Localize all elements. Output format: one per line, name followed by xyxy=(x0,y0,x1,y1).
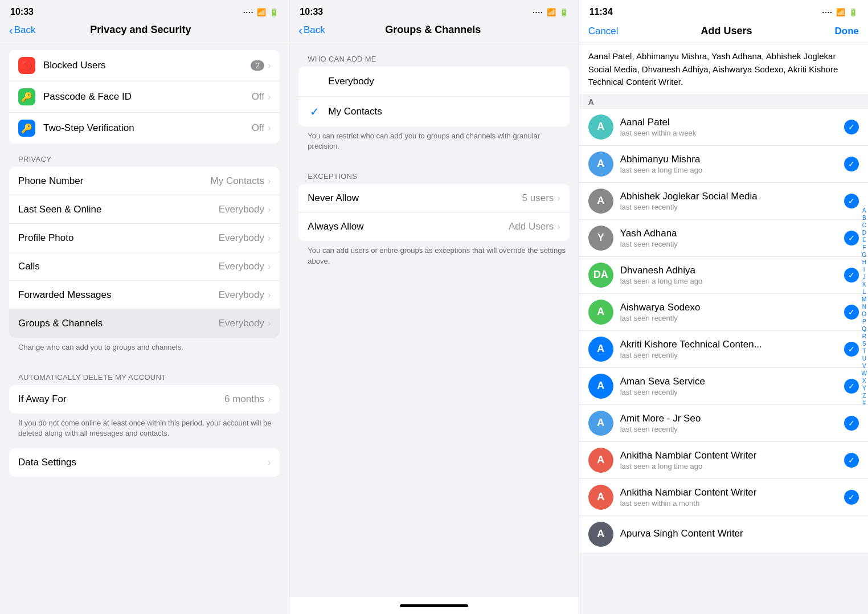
two-step-icon: 🔑 xyxy=(18,120,35,137)
wifi-icon-p3: 📶 xyxy=(836,8,845,17)
done-button[interactable]: Done xyxy=(834,26,859,37)
contact-row[interactable]: AAbhimanyu Mishralast seen a long time a… xyxy=(579,146,868,183)
status-icons-p3: ···· 📶 🔋 xyxy=(822,8,858,17)
contact-name: Aman Seva Service xyxy=(620,376,844,387)
contact-info: Abhimanyu Mishralast seen a long time ag… xyxy=(620,154,844,174)
alpha-letter[interactable]: H xyxy=(862,259,867,266)
nav-title-p1: Privacy and Security xyxy=(35,24,245,36)
contact-name: Aanal Patel xyxy=(620,117,844,128)
exceptions-header: EXCEPTIONS xyxy=(289,161,578,184)
contact-row[interactable]: AAnkitha Nambiar Content Writerlast seen… xyxy=(579,442,868,479)
alpha-letter[interactable]: V xyxy=(862,363,867,370)
contact-row[interactable]: AAnkitha Nambiar Content Writerlast seen… xyxy=(579,479,868,516)
alpha-letter[interactable]: X xyxy=(862,378,867,384)
two-step-value: Off xyxy=(252,122,264,134)
alpha-letter[interactable]: O xyxy=(862,311,867,318)
alpha-letter[interactable]: N xyxy=(862,304,867,310)
alpha-letter[interactable]: D xyxy=(862,230,867,236)
my-contacts-label: My Contacts xyxy=(328,106,382,117)
status-bar-p1: 10:33 ···· 📶 🔋 xyxy=(0,0,289,19)
calls-row[interactable]: Calls Everybody › xyxy=(9,252,280,281)
data-settings-label: Data Settings xyxy=(18,457,268,468)
alpha-letter[interactable]: W xyxy=(862,370,867,377)
contact-info: Abhishek Joglekar Social Medialast seen … xyxy=(620,191,844,211)
wifi-icon-p2: 📶 xyxy=(547,8,556,17)
security-list: 🚫 Blocked Users 2 › 🔑 Passcode & Face ID… xyxy=(9,50,280,144)
contact-avatar: Y xyxy=(588,226,613,251)
alpha-letter[interactable]: R xyxy=(862,333,867,340)
if-away-value: 6 months xyxy=(224,394,264,405)
contact-avatar: A xyxy=(588,485,613,510)
contact-name: Yash Adhana xyxy=(620,228,844,239)
profile-photo-value: Everybody xyxy=(219,232,264,244)
contact-status: last seen within a month xyxy=(620,499,844,507)
blocked-users-row[interactable]: 🚫 Blocked Users 2 › xyxy=(9,50,280,81)
always-allow-row[interactable]: Always Allow Add Users › xyxy=(298,212,569,241)
never-allow-label: Never Allow xyxy=(308,193,522,204)
alpha-letter[interactable]: S xyxy=(862,341,867,347)
auto-delete-header: AUTOMATICALLY DELETE MY ACCOUNT xyxy=(0,362,289,385)
contact-status: last seen a long time ago xyxy=(620,462,844,470)
contact-info: Ankitha Nambiar Content Writerlast seen … xyxy=(620,450,844,470)
contact-row[interactable]: DADhvanesh Adhiyalast seen a long time a… xyxy=(579,257,868,294)
alpha-letter[interactable]: Q xyxy=(862,326,867,333)
if-away-row[interactable]: If Away For 6 months › xyxy=(9,385,280,414)
panel-add-users: 11:34 ···· 📶 🔋 Cancel Add Users Done Aan… xyxy=(579,0,868,614)
alpha-index[interactable]: ABCDEFGHIJKLMNOPQRSTUVWXYZ# xyxy=(862,207,867,407)
two-step-row[interactable]: 🔑 Two-Step Verification Off › xyxy=(9,113,280,144)
alpha-letter[interactable]: I xyxy=(862,267,867,273)
last-seen-row[interactable]: Last Seen & Online Everybody › xyxy=(9,195,280,224)
status-bar-p3: 11:34 ···· 📶 🔋 xyxy=(579,0,868,19)
alpha-letter[interactable]: C xyxy=(862,222,867,229)
section-letter-a: A xyxy=(579,95,868,109)
alpha-letter[interactable]: Y xyxy=(862,385,867,392)
alpha-letter[interactable]: M xyxy=(862,296,867,303)
privacy-footer: Change who can add you to groups and cha… xyxy=(0,338,289,362)
contact-checkmark: ✓ xyxy=(844,453,859,468)
back-chevron-p2: ‹ xyxy=(298,24,302,36)
alpha-letter[interactable]: K xyxy=(862,281,867,288)
alpha-letter[interactable]: Z xyxy=(862,392,867,399)
battery-icon-p2: 🔋 xyxy=(559,8,568,17)
alpha-letter[interactable]: A xyxy=(862,207,867,214)
contact-row[interactable]: AApurva Singh Content Writer xyxy=(579,516,868,552)
alpha-letter[interactable]: B xyxy=(862,215,867,222)
alpha-letter[interactable]: T xyxy=(862,348,867,355)
contact-row[interactable]: AAkriti Kishore Technical Conten...last … xyxy=(579,331,868,368)
alpha-letter[interactable]: F xyxy=(862,244,867,251)
alpha-letter[interactable]: E xyxy=(862,237,867,244)
contact-status: last seen a long time ago xyxy=(620,277,844,285)
alpha-letter[interactable]: L xyxy=(862,289,867,296)
data-settings-row[interactable]: Data Settings › xyxy=(9,448,280,477)
cancel-button[interactable]: Cancel xyxy=(588,26,619,37)
contact-checkmark: ✓ xyxy=(844,490,859,505)
groups-channels-row[interactable]: Groups & Channels Everybody › xyxy=(9,309,280,338)
exceptions-list: Never Allow 5 users › Always Allow Add U… xyxy=(298,184,569,241)
everybody-option[interactable]: ✓ Everybody xyxy=(298,67,569,97)
my-contacts-option[interactable]: ✓ My Contacts xyxy=(298,97,569,126)
back-button-p2[interactable]: ‹ Back xyxy=(298,24,325,36)
alpha-letter[interactable]: J xyxy=(862,274,867,281)
phone-number-row[interactable]: Phone Number My Contacts › xyxy=(9,167,280,195)
contact-checkmark: ✓ xyxy=(844,305,859,320)
alpha-letter[interactable]: # xyxy=(862,400,867,407)
contact-row[interactable]: AAbhishek Joglekar Social Medialast seen… xyxy=(579,183,868,220)
contact-name: Amit More - Jr Seo xyxy=(620,413,844,424)
contact-row[interactable]: AAanal Patellast seen within a week✓ xyxy=(579,109,868,146)
alpha-letter[interactable]: G xyxy=(862,252,867,259)
passcode-row[interactable]: 🔑 Passcode & Face ID Off › xyxy=(9,81,280,113)
alpha-letter[interactable]: U xyxy=(862,355,867,362)
contact-row[interactable]: AAishwarya Sodexolast seen recently✓ xyxy=(579,294,868,331)
passcode-chevron: › xyxy=(268,92,271,102)
phone-label: Phone Number xyxy=(18,175,211,187)
time-p3: 11:34 xyxy=(589,7,613,17)
profile-photo-row[interactable]: Profile Photo Everybody › xyxy=(9,224,280,252)
contact-row[interactable]: AAman Seva Servicelast seen recently✓ xyxy=(579,368,868,405)
never-allow-row[interactable]: Never Allow 5 users › xyxy=(298,184,569,212)
home-indicator-p2 xyxy=(289,597,578,614)
alpha-letter[interactable]: P xyxy=(862,318,867,325)
contact-row[interactable]: AAmit More - Jr Seolast seen recently✓ xyxy=(579,405,868,442)
forwarded-row[interactable]: Forwarded Messages Everybody › xyxy=(9,281,280,309)
back-button-p1[interactable]: ‹ Back xyxy=(9,24,35,36)
contact-row[interactable]: YYash Adhanalast seen recently✓ xyxy=(579,220,868,257)
